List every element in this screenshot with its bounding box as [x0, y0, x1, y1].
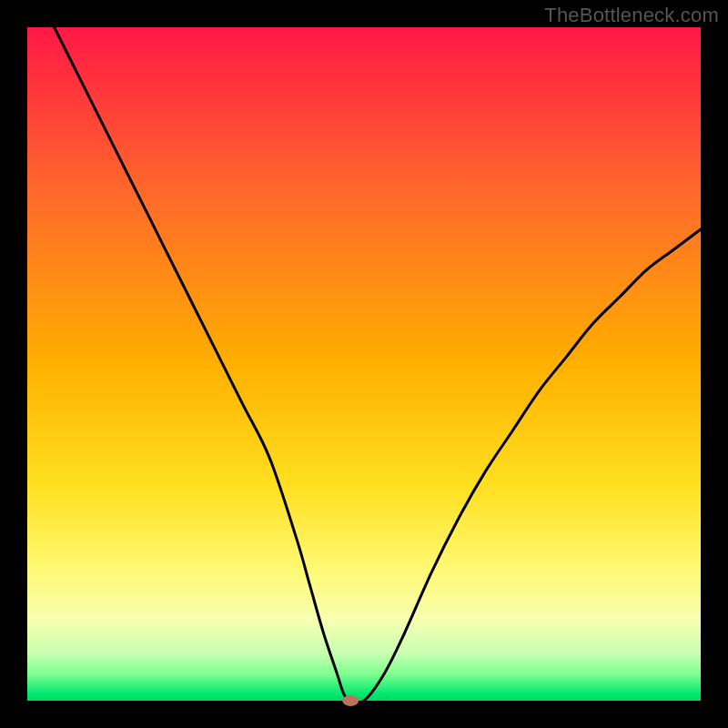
bottleneck-chart: [0, 0, 728, 728]
optimal-marker: [342, 695, 359, 706]
watermark-text: TheBottleneck.com: [544, 4, 719, 27]
chart-container: TheBottleneck.com: [0, 0, 728, 728]
plot-background: [27, 27, 701, 701]
